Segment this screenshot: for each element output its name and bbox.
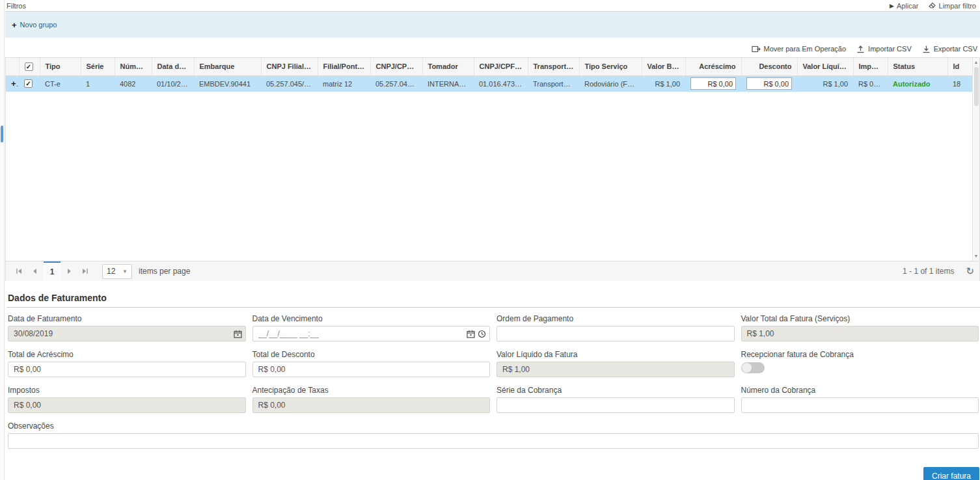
apply-filter-button[interactable]: ▶ Aplicar <box>890 2 919 10</box>
col-valor-bruto[interactable]: Valor Bruto <box>642 58 685 75</box>
serie-cobranca-input[interactable] <box>497 397 735 413</box>
field-valor-total: Valor Total da Fatura (Serviços) <box>741 314 979 341</box>
next-page-button[interactable] <box>62 261 77 281</box>
col-tipo-servico[interactable]: Tipo Serviço <box>579 58 642 75</box>
documents-grid: ✓ Tipo Série Número Data de Emiss... Emb… <box>5 57 980 281</box>
total-acrescimo-input[interactable] <box>8 362 246 377</box>
col-valor-liquido[interactable]: Valor Líquido <box>797 58 853 75</box>
new-group-button[interactable]: + Novo grupo <box>12 20 57 30</box>
col-serie[interactable]: Série <box>81 58 115 75</box>
col-cnpj-filial[interactable]: CNPJ Filial/Ponto de ... <box>261 58 318 75</box>
ordem-pagamento-input[interactable] <box>497 326 735 341</box>
row-checkbox-cell: ✓ <box>19 75 40 92</box>
clock-icon[interactable] <box>478 330 486 338</box>
import-csv-button[interactable]: Importar CSV <box>856 45 912 53</box>
numero-cobranca-label: Número da Cobrança <box>741 386 979 395</box>
col-tomador[interactable]: Tomador <box>422 58 474 75</box>
cell-embarque: EMBDEV.90441 <box>194 75 261 92</box>
grid-scrollbar-thumb[interactable] <box>974 67 979 106</box>
valor-total-input <box>741 326 979 341</box>
cell-cnpj-filial: 05.257.045/0001-60 <box>261 75 318 92</box>
cell-tipo: CT-e <box>40 75 81 92</box>
left-scrollbar[interactable] <box>0 0 5 480</box>
scroll-up-icon[interactable]: ▲ <box>973 59 979 66</box>
cell-valor-bruto: R$ 1,00 <box>642 75 685 92</box>
col-status[interactable]: Status <box>888 58 947 75</box>
numero-cobranca-input[interactable] <box>741 397 979 413</box>
pager-info: 1 - 1 of 1 items ↻ <box>903 265 974 277</box>
recepcionar-toggle[interactable] <box>741 362 765 373</box>
impostos-label: Impostos <box>8 386 246 395</box>
cell-acrescimo <box>685 75 741 92</box>
col-embarque[interactable]: Embarque <box>194 58 261 75</box>
row-expand-cell: + <box>6 75 19 92</box>
serie-cobranca-label: Série da Cobrança <box>497 386 735 395</box>
field-total-desconto: Total de Desconto <box>252 350 491 377</box>
cell-data-emissao: 01/10/2018 11:07 <box>152 75 194 92</box>
move-to-operation-button[interactable]: Mover para Em Operação <box>752 45 847 53</box>
col-cnpj-tomador[interactable]: CNPJ/CPF Tomador <box>370 58 422 75</box>
total-desconto-input[interactable] <box>252 362 491 377</box>
last-page-button[interactable] <box>77 261 93 281</box>
col-acrescimo[interactable]: Acréscimo <box>685 58 741 75</box>
export-csv-button[interactable]: Exportar CSV <box>922 45 977 53</box>
header-expand-cell <box>6 58 19 75</box>
data-faturamento-input[interactable] <box>8 326 246 341</box>
cell-id: 18 <box>947 75 973 92</box>
cell-numero: 4082 <box>115 75 152 92</box>
col-data-emissao[interactable]: Data de Emiss... <box>152 58 194 75</box>
select-all-checkbox[interactable]: ✓ <box>25 62 33 71</box>
col-tipo[interactable]: Tipo <box>40 58 81 75</box>
col-desconto[interactable]: Desconto <box>741 58 797 75</box>
col-id[interactable]: Id <box>947 58 973 75</box>
grid-empty-area <box>6 92 979 261</box>
check-icon: ✓ <box>26 63 31 70</box>
grid-vertical-scrollbar[interactable]: ▲ ▼ <box>972 58 979 261</box>
row-checkbox[interactable]: ✓ <box>24 79 33 88</box>
field-serie-cobranca: Série da Cobrança <box>497 386 735 413</box>
page-size-dropdown[interactable]: 12 ▼ <box>102 264 132 279</box>
download-icon <box>922 45 931 53</box>
content: Filtros ▶ Aplicar Limpar filtro + Novo g… <box>5 0 980 480</box>
calendar-icon[interactable] <box>234 330 242 338</box>
plus-icon: + <box>12 20 17 30</box>
filters-title: Filtros <box>7 2 26 10</box>
cell-cnpj-tomador: 05.257.045/0001-60 <box>370 75 422 92</box>
scroll-down-icon[interactable]: ▼ <box>973 252 979 260</box>
billing-section: Dados de Faturamento Data de Faturamento <box>5 281 980 480</box>
cell-tipo-servico: Rodoviário (FTL) <box>579 75 642 92</box>
create-invoice-button[interactable]: Criar fatura <box>923 467 979 480</box>
cell-serie: 1 <box>81 75 115 92</box>
antecipacao-label: Antecipação de Taxas <box>252 386 491 395</box>
cell-impostos: R$ 0,00 <box>853 75 888 92</box>
expand-row-button[interactable]: + <box>11 79 19 88</box>
col-filial[interactable]: Filial/Ponto de O... <box>318 58 370 75</box>
first-page-button[interactable] <box>11 261 27 281</box>
refresh-icon[interactable]: ↻ <box>966 265 974 277</box>
desconto-input[interactable] <box>746 77 792 90</box>
grid-toolbar: Mover para Em Operação Importar CSV Expo… <box>5 40 980 57</box>
col-numero[interactable]: Número <box>115 58 152 75</box>
check-icon: ✓ <box>25 80 31 87</box>
clear-filter-button[interactable]: Limpar filtro <box>928 1 976 10</box>
data-vencimento-input[interactable] <box>252 326 491 341</box>
upload-icon <box>856 45 865 53</box>
move-icon <box>752 45 761 53</box>
antecipacao-input <box>252 397 491 413</box>
calendar-icon[interactable] <box>467 330 475 338</box>
col-transportador[interactable]: Transportador <box>528 58 579 75</box>
col-cnpj-transportador[interactable]: CNPJ/CPF Transp... <box>474 58 528 75</box>
field-recepcionar: Recepcionar fatura de Cobrança <box>741 350 979 377</box>
table-row[interactable]: + ✓ CT-e 1 4082 01/10/2018 11:07 EMBDEV.… <box>6 75 973 92</box>
pager-summary: 1 - 1 of 1 items <box>903 267 954 276</box>
observacoes-input[interactable] <box>8 433 979 449</box>
apply-filter-label: Aplicar <box>897 2 919 10</box>
grid-table: ✓ Tipo Série Número Data de Emiss... Emb… <box>6 58 974 92</box>
col-impostos[interactable]: Impostos <box>853 58 888 75</box>
left-scrollbar-thumb[interactable] <box>1 126 3 142</box>
prev-page-button[interactable] <box>27 261 42 281</box>
acrescimo-input[interactable] <box>690 77 736 90</box>
field-numero-cobranca: Número da Cobrança <box>741 386 979 413</box>
page-number-current[interactable]: 1 <box>44 261 61 282</box>
total-acrescimo-label: Total de Acréscimo <box>8 350 246 359</box>
